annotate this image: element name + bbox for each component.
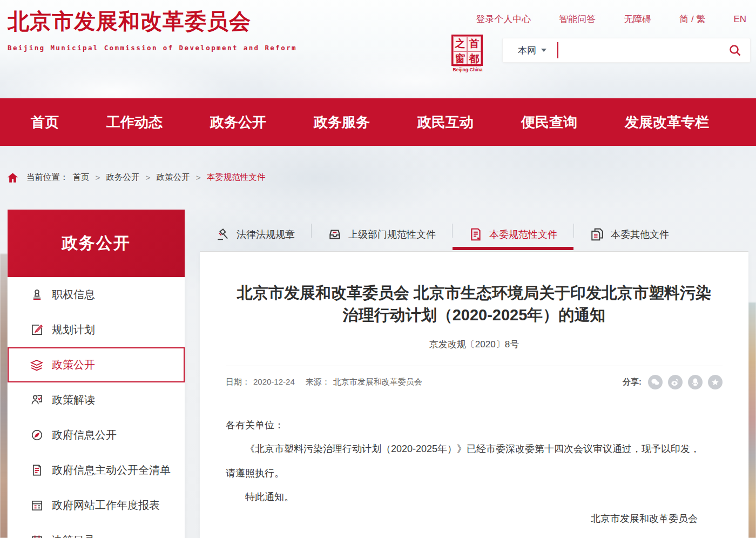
tab-laws-regulations[interactable]: 法律法规规章 bbox=[200, 216, 311, 248]
nav-item-interaction[interactable]: 政民互动 bbox=[417, 113, 474, 132]
sidebar-item-label: 职权信息 bbox=[52, 287, 95, 302]
sidebar-item-label: 政府信息公开 bbox=[52, 428, 117, 442]
divider bbox=[226, 366, 723, 366]
sidebar-item-label: 政策公开 bbox=[52, 358, 95, 372]
background-left-strip bbox=[0, 254, 8, 538]
qq-icon bbox=[691, 378, 700, 387]
main-content: 法律法规规章 上级部门规范性文件 本委规范性文件 bbox=[200, 216, 748, 538]
simplified-traditional-link[interactable]: 简 / 繁 bbox=[679, 13, 705, 25]
sidebar-item-label: 政府信息主动公开全清单 bbox=[52, 463, 171, 478]
sidebar-item-label: 决策目录 bbox=[52, 533, 95, 538]
sidebar-item-annual-website-report[interactable]: 政府网站工作年度报表 bbox=[8, 488, 185, 523]
salutation: 各有关单位： bbox=[226, 413, 712, 437]
seal-char: 窗 bbox=[453, 51, 467, 66]
nav-item-work-news[interactable]: 工作动态 bbox=[106, 113, 163, 132]
sidebar-item-policy-interpretation[interactable]: 政策解读 bbox=[8, 382, 185, 418]
nav-item-gov-affairs[interactable]: 政务公开 bbox=[210, 113, 266, 132]
search-scope-label: 本网 bbox=[518, 44, 536, 57]
search-scope-dropdown[interactable]: 本网 bbox=[503, 44, 557, 57]
seal-char: 都 bbox=[467, 51, 481, 66]
article-source: 北京市发展和改革委员会 bbox=[333, 377, 422, 387]
person-check-icon bbox=[30, 394, 43, 407]
article-date: 2020-12-24 bbox=[253, 377, 295, 387]
date-label: 日期： bbox=[226, 377, 250, 387]
nav-item-home[interactable]: 首页 bbox=[31, 113, 59, 132]
body-paragraph: 特此通知。 bbox=[226, 485, 706, 509]
tab-label: 本委其他文件 bbox=[611, 228, 669, 241]
site-logo: 北京市发展和改革委员会 Beijing Municipal Commission… bbox=[8, 6, 297, 52]
source-label: 来源： bbox=[306, 377, 330, 387]
search-button[interactable] bbox=[720, 38, 750, 63]
accessibility-link[interactable]: 无障碍 bbox=[624, 13, 651, 25]
smart-qa-link[interactable]: 智能问答 bbox=[559, 13, 596, 25]
sidebar-title-bar: 政务公开 bbox=[8, 210, 185, 277]
home-icon bbox=[8, 173, 18, 183]
seal-char: 之 bbox=[453, 36, 467, 51]
report-table-icon bbox=[30, 499, 43, 512]
document-list-icon bbox=[30, 464, 43, 477]
body-paragraph: 《北京市塑料污染治理行动计划（2020-2025年）》已经市委深改委第十四次会议… bbox=[226, 437, 706, 485]
tab-superior-normative-docs[interactable]: 上级部门规范性文件 bbox=[312, 216, 452, 248]
site-header: 北京市发展和改革委员会 Beijing Municipal Commission… bbox=[0, 0, 756, 98]
article-panel: 北京市发展和改革委员会 北京市生态环境局关于印发北京市塑料污染治理行动计划（20… bbox=[200, 252, 748, 538]
search-icon bbox=[728, 44, 741, 57]
sidebar-item-proactive-disclosure-list[interactable]: 政府信息主动公开全清单 bbox=[8, 453, 185, 488]
breadcrumb: 当前位置： 首页 > 政务公开 > 政策公开 > 本委规范性文件 bbox=[8, 172, 265, 183]
sidebar: 政务公开 职权信息 规划计划 bbox=[8, 210, 185, 538]
chevron-down-icon bbox=[541, 49, 546, 52]
weibo-icon bbox=[671, 378, 680, 387]
sidebar-item-planning[interactable]: 规划计划 bbox=[8, 312, 185, 347]
capital-window-seal-logo[interactable]: 之 首 窗 都 Beijing-China bbox=[451, 35, 484, 72]
tab-commission-normative-docs[interactable]: 本委规范性文件 bbox=[453, 216, 573, 248]
sidebar-menu: 职权信息 规划计划 政策公开 bbox=[8, 277, 185, 538]
background-right-strip bbox=[748, 302, 756, 538]
sidebar-item-authority-info[interactable]: 职权信息 bbox=[8, 277, 185, 312]
share-wechat-button[interactable] bbox=[648, 375, 663, 389]
sidebar-item-decision-catalog[interactable]: 决策目录 bbox=[8, 523, 185, 538]
top-utility-links: 登录个人中心 智能问答 无障碍 简 / 繁 EN bbox=[476, 13, 746, 25]
nav-item-gov-services[interactable]: 政务服务 bbox=[314, 113, 370, 132]
tab-commission-other-docs[interactable]: 本委其他文件 bbox=[574, 216, 685, 248]
article-meta-row: 日期： 2020-12-24 来源： 北京市发展和改革委员会 分享: bbox=[226, 375, 723, 389]
sidebar-item-label: 规划计划 bbox=[52, 322, 95, 337]
article-body: 各有关单位： 《北京市塑料污染治理行动计划（2020-2025年）》已经市委深改… bbox=[226, 413, 712, 508]
share-qq-button[interactable] bbox=[688, 375, 703, 389]
main-nav: 首页 工作动态 政务公开 政务服务 政民互动 便民查询 发展改革专栏 bbox=[0, 98, 756, 146]
sidebar-title: 政务公开 bbox=[62, 232, 131, 254]
breadcrumb-policy-disclosure[interactable]: 政策公开 bbox=[157, 172, 190, 183]
document-type-tabs: 法律法规规章 上级部门规范性文件 本委规范性文件 bbox=[200, 216, 748, 252]
article-meta: 日期： 2020-12-24 来源： 北京市发展和改革委员会 bbox=[226, 377, 430, 387]
share-qzone-button[interactable] bbox=[708, 375, 723, 389]
site-search: 本网 bbox=[502, 38, 751, 63]
tab-label: 上级部门规范性文件 bbox=[348, 228, 436, 241]
layers-icon bbox=[30, 359, 43, 372]
breadcrumb-label: 当前位置： bbox=[26, 172, 69, 183]
sidebar-item-policy-disclosure[interactable]: 政策公开 bbox=[8, 347, 185, 382]
share-bar: 分享: bbox=[623, 375, 723, 389]
nav-item-reform-column[interactable]: 发展改革专栏 bbox=[625, 113, 709, 132]
site-subtitle: Beijing Municipal Commission of Developm… bbox=[8, 44, 297, 52]
inbox-icon bbox=[328, 227, 342, 241]
article-title: 北京市发展和改革委员会 北京市生态环境局关于印发北京市塑料污染治理行动计划（20… bbox=[237, 252, 712, 326]
edit-plan-icon bbox=[30, 324, 43, 337]
stamp-icon bbox=[30, 288, 43, 301]
share-weibo-button[interactable] bbox=[668, 375, 683, 389]
tab-label: 本委规范性文件 bbox=[489, 228, 557, 241]
search-input[interactable] bbox=[557, 42, 720, 58]
nav-item-convenience-query[interactable]: 便民查询 bbox=[521, 113, 577, 132]
login-personal-center-link[interactable]: 登录个人中心 bbox=[476, 13, 531, 25]
share-label: 分享: bbox=[623, 377, 642, 387]
english-link[interactable]: EN bbox=[733, 14, 746, 25]
breadcrumb-home[interactable]: 首页 bbox=[73, 172, 90, 183]
breadcrumb-current: 本委规范性文件 bbox=[207, 172, 266, 183]
copy-pages-icon bbox=[590, 227, 604, 241]
breadcrumb-separator: > bbox=[96, 173, 100, 183]
sidebar-item-label: 政策解读 bbox=[52, 393, 95, 407]
sidebar-item-gov-info-disclosure[interactable]: 政府信息公开 bbox=[8, 418, 185, 453]
gavel-icon bbox=[216, 227, 230, 241]
seal-icon: 之 首 窗 都 bbox=[451, 35, 483, 66]
breadcrumb-gov-affairs[interactable]: 政务公开 bbox=[106, 172, 140, 183]
signature: 北京市发展和改革委员会 bbox=[226, 512, 723, 525]
compass-icon bbox=[30, 429, 43, 442]
qzone-star-icon bbox=[711, 378, 719, 386]
